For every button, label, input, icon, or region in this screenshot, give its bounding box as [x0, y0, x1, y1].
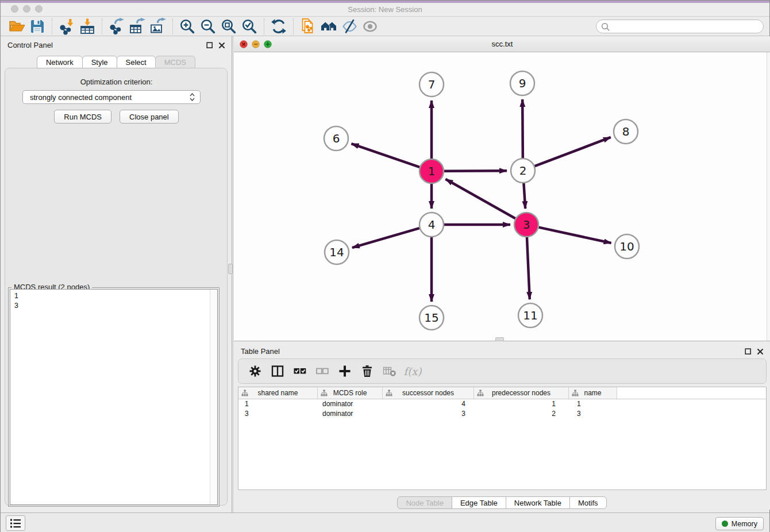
- split-columns-icon[interactable]: [270, 364, 285, 379]
- run-mcds-button[interactable]: Run MCDS: [54, 110, 111, 124]
- graph-node-2[interactable]: 2: [511, 159, 535, 183]
- column-header-mcds-role[interactable]: MCDS role: [318, 387, 383, 399]
- fx-label: f(x): [404, 365, 422, 377]
- mcds-result-scrollbar[interactable]: [210, 290, 217, 504]
- graph-node-6[interactable]: 6: [324, 126, 348, 151]
- graph-node-4[interactable]: 4: [419, 213, 444, 237]
- network-vertical-scrollbar[interactable]: [767, 52, 770, 341]
- network-window-titlebar[interactable]: scc.txt: [234, 36, 770, 52]
- graph-node-7[interactable]: 7: [419, 72, 444, 97]
- save-icon[interactable]: [27, 17, 48, 36]
- tab-motifs[interactable]: Motifs: [569, 496, 607, 509]
- delete-column-icon: [382, 364, 397, 379]
- tab-style[interactable]: Style: [82, 56, 117, 68]
- graph-edge-1-2[interactable]: [444, 171, 507, 171]
- cell-name[interactable]: 3: [569, 409, 617, 419]
- cell-predecessor-nodes[interactable]: 1: [474, 399, 569, 409]
- vertical-splitter-grip[interactable]: [228, 264, 233, 274]
- graph-edge-2-8[interactable]: [535, 137, 611, 166]
- import-table-icon[interactable]: [77, 17, 98, 36]
- graph-node-9[interactable]: 9: [510, 71, 534, 95]
- graph-node-15[interactable]: 15: [419, 306, 444, 330]
- zoom-in-icon[interactable]: [177, 17, 198, 36]
- toolbar-separator: [172, 18, 173, 34]
- graph-edge-4-14[interactable]: [352, 228, 419, 248]
- column-header-name[interactable]: name: [569, 387, 617, 399]
- zoom-out-icon[interactable]: [198, 17, 218, 36]
- memory-label: Memory: [732, 520, 757, 528]
- new-network-from-file-icon[interactable]: [298, 17, 318, 36]
- cell-successor-nodes[interactable]: 4: [383, 399, 474, 409]
- close-panel-button[interactable]: Close panel: [120, 110, 179, 124]
- graph-edge-3-1[interactable]: [445, 179, 515, 218]
- toolbar-separator: [52, 18, 52, 34]
- network-canvas[interactable]: 7968124314101511: [234, 52, 767, 341]
- cell-shared-name[interactable]: 1: [238, 399, 318, 409]
- application-window: Session: New Session: [0, 0, 770, 532]
- graph-edge-3-10[interactable]: [538, 228, 611, 243]
- export-image-icon[interactable]: [148, 17, 168, 36]
- svg-text:8: 8: [622, 125, 630, 138]
- delete-icon[interactable]: [360, 364, 375, 379]
- float-table-panel-icon[interactable]: [745, 348, 752, 355]
- hide-panels-icon[interactable]: [339, 17, 360, 36]
- graph-edge-3-11[interactable]: [527, 237, 530, 299]
- cell-name[interactable]: 1: [569, 399, 617, 409]
- graph-node-10[interactable]: 10: [615, 234, 639, 259]
- app-title: Session: New Session: [1, 3, 769, 16]
- graph-node-1[interactable]: 1: [419, 159, 444, 183]
- column-group-icon: [572, 390, 579, 396]
- column-label: predecessor nodes: [492, 389, 550, 397]
- zoom-selected-icon[interactable]: [239, 17, 260, 36]
- export-network-icon[interactable]: [106, 17, 127, 36]
- tab-network[interactable]: Network: [37, 56, 83, 68]
- tab-edge-table[interactable]: Edge Table: [452, 496, 506, 509]
- tab-node-table[interactable]: Node Table: [397, 496, 452, 509]
- close-table-panel-icon[interactable]: [757, 348, 764, 355]
- add-row-icon[interactable]: [337, 364, 352, 379]
- table-row[interactable]: 3dominator323: [238, 409, 766, 419]
- tab-mcds[interactable]: MCDS: [155, 56, 195, 68]
- column-header-predecessor-nodes[interactable]: predecessor nodes: [474, 387, 569, 399]
- graph-node-8[interactable]: 8: [614, 119, 638, 144]
- tab-select[interactable]: Select: [117, 56, 156, 68]
- graph-node-3[interactable]: 3: [514, 213, 538, 237]
- cell-mcds-role[interactable]: dominator: [318, 409, 383, 419]
- node-table: shared nameMCDS rolesuccessor nodesprede…: [238, 387, 767, 490]
- column-label: name: [584, 389, 601, 397]
- toolbar-separator: [293, 18, 294, 34]
- float-panel-icon[interactable]: [206, 42, 213, 49]
- table-toolbar: f(x): [238, 358, 767, 384]
- close-panel-icon[interactable]: [218, 42, 225, 49]
- refresh-icon[interactable]: [268, 17, 289, 36]
- import-network-icon[interactable]: [56, 17, 77, 36]
- graph-edge-1-6[interactable]: [351, 144, 419, 167]
- open-folder-icon[interactable]: [6, 17, 27, 36]
- table-row[interactable]: 1dominator411: [238, 399, 766, 409]
- home-icon[interactable]: [318, 17, 339, 36]
- cell-successor-nodes[interactable]: 3: [383, 409, 474, 419]
- toolbar-separator: [102, 18, 102, 34]
- column-header-successor-nodes[interactable]: successor nodes: [383, 387, 474, 399]
- memory-button[interactable]: Memory: [715, 517, 764, 530]
- graph-edge-2-9[interactable]: [522, 99, 523, 158]
- cell-shared-name[interactable]: 3: [238, 409, 318, 419]
- cell-predecessor-nodes[interactable]: 2: [474, 409, 569, 419]
- search-input[interactable]: [596, 20, 764, 33]
- svg-text:3: 3: [523, 218, 530, 232]
- export-table-icon[interactable]: [127, 17, 148, 36]
- mcds-result-box: 13: [10, 289, 218, 505]
- table-settings-icon[interactable]: [248, 364, 263, 379]
- status-menu-button[interactable]: [6, 515, 25, 531]
- zoom-fit-icon[interactable]: [218, 17, 239, 36]
- criterion-select[interactable]: strongly connected component: [22, 90, 201, 104]
- tab-network-table[interactable]: Network Table: [506, 496, 570, 509]
- vertical-splitter[interactable]: [232, 36, 233, 512]
- graph-node-14[interactable]: 14: [325, 240, 349, 264]
- graph-edge-2-3[interactable]: [523, 183, 525, 209]
- cell-mcds-role[interactable]: dominator: [318, 399, 383, 409]
- select-all-checkboxes-icon[interactable]: [292, 364, 307, 379]
- horizontal-splitter-grip[interactable]: [495, 337, 504, 341]
- column-header-shared-name[interactable]: shared name: [238, 387, 318, 399]
- graph-node-11[interactable]: 11: [518, 303, 542, 327]
